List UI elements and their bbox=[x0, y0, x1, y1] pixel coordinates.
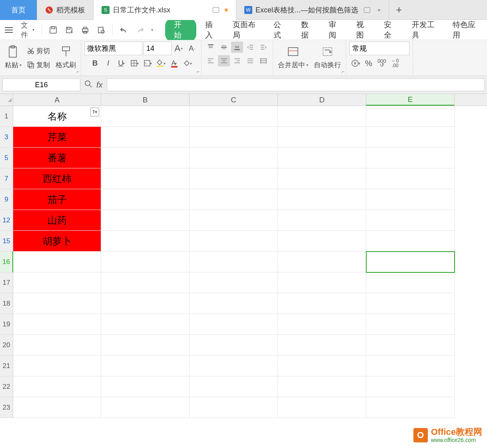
cell[interactable] bbox=[278, 168, 366, 189]
cell[interactable]: 茄子 bbox=[13, 189, 101, 210]
cell[interactable] bbox=[366, 168, 455, 189]
cell[interactable] bbox=[101, 210, 190, 231]
cell[interactable] bbox=[278, 376, 366, 397]
cell[interactable] bbox=[13, 376, 101, 397]
distribute-icon[interactable] bbox=[257, 55, 269, 66]
justify-icon[interactable] bbox=[244, 55, 256, 66]
comma-button[interactable]: 000↺ bbox=[376, 58, 388, 69]
cell[interactable] bbox=[13, 272, 101, 293]
cell[interactable] bbox=[366, 106, 455, 127]
number-format-select[interactable] bbox=[349, 42, 409, 55]
cell[interactable] bbox=[366, 127, 455, 148]
cell[interactable] bbox=[101, 252, 190, 272]
filter-button-icon[interactable]: T▾ bbox=[90, 108, 99, 116]
cell[interactable] bbox=[13, 252, 101, 272]
cell[interactable] bbox=[278, 293, 366, 314]
cell[interactable] bbox=[101, 397, 190, 418]
more-quick-icon[interactable]: ▾ bbox=[150, 26, 156, 34]
underline-button[interactable]: U▾ bbox=[116, 58, 128, 69]
merge-icon[interactable] bbox=[287, 45, 299, 59]
increase-indent-icon[interactable] bbox=[257, 42, 269, 53]
cell[interactable] bbox=[278, 272, 366, 293]
row-header[interactable]: 16 bbox=[0, 252, 13, 272]
fx-label[interactable]: fx bbox=[96, 80, 103, 90]
cell[interactable] bbox=[190, 148, 278, 168]
format-painter-icon[interactable] bbox=[61, 45, 71, 59]
cell[interactable]: 芹菜 bbox=[13, 127, 101, 148]
decrease-indent-icon[interactable] bbox=[244, 42, 256, 53]
print-icon[interactable] bbox=[79, 24, 92, 36]
saveas-icon[interactable] bbox=[63, 24, 76, 36]
cell[interactable] bbox=[13, 335, 101, 356]
cell[interactable]: 西红柿 bbox=[13, 168, 101, 189]
align-bottom-icon[interactable] bbox=[231, 42, 243, 53]
merge-center-button[interactable]: 合并居中▾ bbox=[276, 60, 310, 70]
tab-home[interactable]: 首页 bbox=[0, 0, 37, 20]
menu-pagelayout[interactable]: 页面布局 bbox=[227, 18, 265, 42]
font-size-select[interactable] bbox=[144, 42, 172, 55]
row-header[interactable]: 12 bbox=[0, 210, 13, 231]
cell[interactable]: 胡萝卜 bbox=[13, 231, 101, 252]
font-dialog-launcher[interactable]: ⌐ bbox=[197, 69, 200, 74]
italic-button[interactable]: I bbox=[102, 58, 114, 69]
cell[interactable] bbox=[190, 189, 278, 210]
cell[interactable] bbox=[190, 335, 278, 356]
tab-workfile[interactable]: S 日常工作文件.xlsx bbox=[94, 0, 236, 20]
cell[interactable]: 山药 bbox=[13, 210, 101, 231]
col-header-E[interactable]: E bbox=[366, 94, 455, 106]
menu-start[interactable]: 开始 bbox=[165, 18, 196, 42]
select-all-corner[interactable] bbox=[0, 94, 13, 106]
cell[interactable]: 番薯 bbox=[13, 148, 101, 168]
row-header[interactable]: 5 bbox=[0, 148, 13, 168]
row-header[interactable]: 15 bbox=[0, 231, 13, 252]
cell[interactable] bbox=[13, 314, 101, 335]
cell[interactable] bbox=[366, 397, 455, 418]
cell[interactable] bbox=[101, 335, 190, 356]
name-box[interactable] bbox=[2, 78, 80, 91]
cell[interactable] bbox=[278, 252, 366, 272]
cell[interactable] bbox=[13, 293, 101, 314]
border-button[interactable]: ▾ bbox=[129, 58, 141, 69]
align-top-icon[interactable] bbox=[205, 42, 217, 53]
cell[interactable] bbox=[13, 397, 101, 418]
window-icon[interactable] bbox=[213, 7, 219, 13]
formula-input[interactable] bbox=[107, 78, 485, 91]
row-header[interactable]: 19 bbox=[0, 314, 13, 335]
cell[interactable] bbox=[190, 314, 278, 335]
cell[interactable] bbox=[278, 231, 366, 252]
menu-data[interactable]: 数据 bbox=[295, 18, 320, 42]
cell[interactable] bbox=[190, 210, 278, 231]
increase-font-icon[interactable]: A+ bbox=[173, 43, 185, 54]
cell[interactable] bbox=[278, 335, 366, 356]
cell[interactable] bbox=[366, 314, 455, 335]
file-menu[interactable]: 文件▾ bbox=[18, 19, 37, 41]
bold-button[interactable]: B bbox=[89, 58, 101, 69]
cell[interactable] bbox=[366, 231, 455, 252]
align-left-icon[interactable] bbox=[205, 55, 217, 66]
cell[interactable] bbox=[278, 148, 366, 168]
align-right-icon[interactable] bbox=[231, 55, 243, 66]
col-header-A[interactable]: A bbox=[13, 94, 101, 106]
cell[interactable] bbox=[366, 189, 455, 210]
cell[interactable] bbox=[101, 189, 190, 210]
new-tab-button[interactable]: + bbox=[389, 4, 409, 16]
cell[interactable] bbox=[101, 314, 190, 335]
font-name-select[interactable] bbox=[84, 42, 142, 55]
row-header[interactable]: 23 bbox=[0, 397, 13, 418]
cell[interactable] bbox=[101, 356, 190, 376]
tab-exceltip[interactable]: W Excel表格技...—如何按颜色筛选 ● bbox=[236, 0, 389, 20]
paste-button[interactable]: 粘贴▾ bbox=[3, 60, 23, 70]
cell[interactable] bbox=[278, 106, 366, 127]
cell[interactable] bbox=[366, 293, 455, 314]
col-header-B[interactable]: B bbox=[101, 94, 190, 106]
cell[interactable] bbox=[190, 397, 278, 418]
save-icon[interactable] bbox=[47, 24, 60, 36]
cell[interactable] bbox=[366, 272, 455, 293]
row-header[interactable]: 20 bbox=[0, 335, 13, 356]
cell[interactable] bbox=[190, 272, 278, 293]
cell[interactable] bbox=[101, 376, 190, 397]
cell[interactable] bbox=[190, 168, 278, 189]
wrap-text-button[interactable]: 自动换行 bbox=[312, 60, 343, 70]
cell[interactable] bbox=[190, 293, 278, 314]
menu-formula[interactable]: 公式 bbox=[268, 18, 292, 42]
